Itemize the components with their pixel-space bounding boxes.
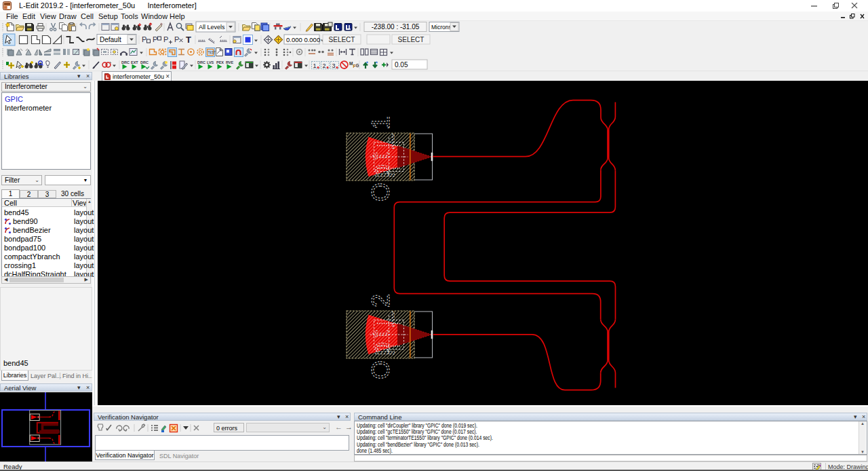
svg-text:PEX: PEX	[216, 60, 224, 64]
svg-text:Opt_1: Opt_1	[367, 111, 395, 202]
svg-text:P: P	[153, 35, 157, 43]
svg-text:0.000 0.000: 0.000 0.000	[286, 36, 320, 43]
svg-text:DRC: DRC	[197, 60, 205, 64]
svg-text:DRC: DRC	[121, 60, 130, 64]
svg-text:3: 3	[332, 62, 336, 69]
svg-text:SELECT: SELECT	[329, 36, 355, 43]
svg-text:LVS: LVS	[207, 60, 214, 64]
svg-text:0.05: 0.05	[395, 61, 408, 69]
svg-text:All Levels: All Levels	[199, 24, 225, 31]
svg-text:TEST: TEST	[208, 51, 216, 54]
svg-text:Default: Default	[100, 36, 121, 43]
svg-text:2: 2	[323, 62, 326, 69]
svg-text:EXT: EXT	[131, 60, 138, 64]
svg-text:Opt_2: Opt_2	[367, 289, 395, 379]
svg-text:DRC: DRC	[140, 60, 149, 64]
svg-text:RVE: RVE	[226, 60, 234, 64]
svg-text:P: P	[142, 35, 146, 43]
svg-text:-238.00 : -31.05: -238.00 : -31.05	[372, 23, 420, 31]
svg-text:SELECT: SELECT	[398, 36, 425, 43]
svg-text:P: P	[163, 35, 168, 43]
svg-text:P: P	[174, 35, 179, 43]
svg-text:MFG: MFG	[349, 61, 359, 69]
svg-text:1: 1	[313, 62, 317, 69]
svg-text:Microns: Microns	[431, 24, 452, 31]
svg-text:T: T	[186, 35, 191, 45]
